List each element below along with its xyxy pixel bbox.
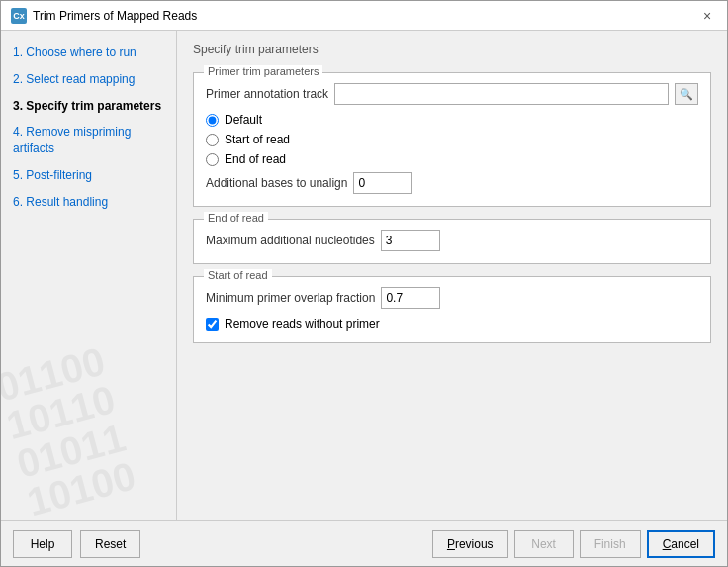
primer-trim-label: Primer trim parameters	[204, 65, 322, 77]
browse-icon: 🔍	[680, 88, 693, 101]
title-bar-left: Cx Trim Primers of Mapped Reads	[11, 8, 197, 24]
radio-default-label: Default	[225, 113, 262, 127]
panel-title: Specify trim parameters	[193, 43, 711, 56]
remove-reads-label: Remove reads without primer	[225, 317, 380, 331]
annotation-track-input[interactable]	[334, 83, 669, 105]
radio-start-row: Start of read	[206, 133, 698, 146]
sidebar-watermark: 01100101100101110100	[1, 340, 139, 520]
bottom-bar: Help Reset Previous Next Finish Cancel	[1, 520, 727, 566]
dialog-title: Trim Primers of Mapped Reads	[33, 9, 197, 23]
help-button[interactable]: Help	[13, 530, 72, 558]
min-overlap-input[interactable]	[381, 287, 440, 309]
end-of-read-section: End of read Maximum additional nucleotid…	[193, 219, 711, 264]
max-nucleotides-row: Maximum additional nucleotides	[206, 230, 698, 251]
additional-bases-row: Additional bases to unalign	[206, 172, 698, 194]
end-of-read-label: End of read	[204, 212, 268, 224]
annotation-track-label: Primer annotation track	[206, 87, 328, 101]
main-content: 1. Choose where to run 2. Select read ma…	[1, 31, 727, 520]
sidebar-item-step2[interactable]: 2. Select read mapping	[9, 67, 168, 92]
radio-end-label: End of read	[225, 152, 286, 166]
min-overlap-label: Minimum primer overlap fraction	[206, 291, 375, 305]
finish-button: Finish	[580, 530, 641, 558]
start-of-read-label: Start of read	[204, 269, 272, 281]
radio-default-row: Default	[206, 113, 698, 127]
radio-end-of-read[interactable]	[206, 153, 219, 166]
dialog: Cx Trim Primers of Mapped Reads × 1. Cho…	[0, 0, 728, 567]
max-nucleotides-label: Maximum additional nucleotides	[206, 234, 375, 247]
previous-underline: P	[447, 537, 455, 551]
right-panel: Specify trim parameters Primer trim para…	[177, 31, 727, 520]
remove-reads-row: Remove reads without primer	[206, 317, 698, 331]
max-nucleotides-input[interactable]	[381, 230, 440, 251]
previous-button[interactable]: Previous	[432, 530, 508, 558]
primer-trim-section: Primer trim parameters Primer annotation…	[193, 72, 711, 207]
app-icon: Cx	[11, 8, 27, 24]
title-bar: Cx Trim Primers of Mapped Reads ×	[1, 1, 727, 31]
remove-reads-checkbox[interactable]	[206, 318, 219, 331]
sidebar-item-step5[interactable]: 5. Post-filtering	[9, 163, 168, 188]
sidebar-item-step4[interactable]: 4. Remove mispriming artifacts	[9, 120, 168, 161]
additional-bases-label: Additional bases to unalign	[206, 176, 347, 190]
radio-end-row: End of read	[206, 152, 698, 166]
cancel-underline: C	[663, 537, 672, 551]
close-button[interactable]: ×	[697, 6, 717, 26]
min-overlap-row: Minimum primer overlap fraction	[206, 287, 698, 309]
sidebar: 1. Choose where to run 2. Select read ma…	[1, 31, 177, 520]
browse-button[interactable]: 🔍	[675, 83, 698, 105]
sidebar-item-step6[interactable]: 6. Result handling	[9, 190, 168, 215]
cancel-button[interactable]: Cancel	[647, 530, 715, 558]
bottom-left-buttons: Help Reset	[13, 530, 140, 558]
radio-start-label: Start of read	[225, 133, 290, 146]
annotation-track-row: Primer annotation track 🔍	[206, 83, 698, 105]
next-button: Next	[514, 530, 574, 558]
additional-bases-input[interactable]	[353, 172, 412, 194]
bottom-right-buttons: Previous Next Finish Cancel	[432, 530, 715, 558]
radio-default[interactable]	[206, 114, 219, 127]
radio-start-of-read[interactable]	[206, 134, 219, 146]
start-of-read-section: Start of read Minimum primer overlap fra…	[193, 276, 711, 343]
sidebar-item-step3[interactable]: 3. Specify trim parameters	[9, 94, 168, 119]
reset-button[interactable]: Reset	[80, 530, 140, 558]
sidebar-item-step1[interactable]: 1. Choose where to run	[9, 41, 168, 65]
